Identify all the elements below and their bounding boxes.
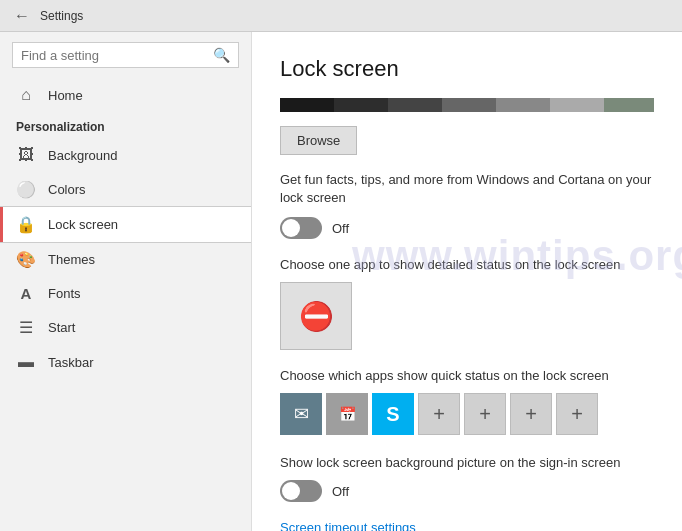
tips-toggle[interactable] <box>280 217 322 239</box>
swatch-1 <box>280 98 334 112</box>
color-swatches <box>280 98 654 112</box>
sidebar-item-colors[interactable]: ⚪ Colors <box>0 172 251 207</box>
tips-description: Get fun facts, tips, and more from Windo… <box>280 171 654 207</box>
title-bar: ← Settings <box>0 0 682 32</box>
search-icon: 🔍 <box>213 47 230 63</box>
toggle-knob <box>282 219 300 237</box>
swatch-5 <box>496 98 550 112</box>
lock-screen-icon: 🔒 <box>16 215 36 234</box>
content-area: www.wintips.org Lock screen Browse Get f… <box>252 32 682 531</box>
sidebar-item-colors-label: Colors <box>48 182 86 197</box>
sidebar-item-fonts-label: Fonts <box>48 286 81 301</box>
sidebar-item-lock-screen-label: Lock screen <box>48 217 118 232</box>
fonts-icon: A <box>16 285 36 302</box>
tips-toggle-label: Off <box>332 221 349 236</box>
quick-app-plus-2[interactable]: + <box>464 393 506 435</box>
sidebar-item-background[interactable]: 🖼 Background <box>0 138 251 172</box>
swatch-6 <box>550 98 604 112</box>
quick-app-skype[interactable]: S <box>372 393 414 435</box>
swatch-7 <box>604 98 654 112</box>
search-input[interactable] <box>21 48 213 63</box>
sidebar-section-title: Personalization <box>0 112 251 138</box>
themes-icon: 🎨 <box>16 250 36 269</box>
quick-app-mail[interactable]: ✉ <box>280 393 322 435</box>
sidebar-item-background-label: Background <box>48 148 117 163</box>
start-icon: ☰ <box>16 318 36 337</box>
signin-toggle-label: Off <box>332 484 349 499</box>
sidebar-item-themes-label: Themes <box>48 252 95 267</box>
quick-status-row: ✉ 📅 S + + + + <box>280 393 654 435</box>
sidebar-item-themes[interactable]: 🎨 Themes <box>0 242 251 277</box>
detailed-status-label: Choose one app to show detailed status o… <box>280 257 654 272</box>
page-title: Lock screen <box>280 56 654 82</box>
detailed-status-box[interactable]: ⛔ <box>280 282 352 350</box>
sidebar-item-fonts[interactable]: A Fonts <box>0 277 251 310</box>
colors-icon: ⚪ <box>16 180 36 199</box>
none-icon: ⛔ <box>299 300 334 333</box>
sidebar-item-home[interactable]: ⌂ Home <box>0 78 251 112</box>
sidebar-item-taskbar[interactable]: ▬ Taskbar <box>0 345 251 379</box>
back-button[interactable]: ← <box>12 6 32 26</box>
signin-toggle[interactable] <box>280 480 322 502</box>
home-icon: ⌂ <box>16 86 36 104</box>
quick-app-plus-3[interactable]: + <box>510 393 552 435</box>
taskbar-icon: ▬ <box>16 353 36 371</box>
search-box[interactable]: 🔍 <box>12 42 239 68</box>
sidebar-item-start-label: Start <box>48 320 75 335</box>
tips-toggle-row: Off <box>280 217 654 239</box>
signin-toggle-knob <box>282 482 300 500</box>
browse-button[interactable]: Browse <box>280 126 357 155</box>
swatch-4 <box>442 98 496 112</box>
swatch-2 <box>334 98 388 112</box>
sidebar-item-taskbar-label: Taskbar <box>48 355 94 370</box>
sidebar-item-start[interactable]: ☰ Start <box>0 310 251 345</box>
quick-app-plus-4[interactable]: + <box>556 393 598 435</box>
signin-toggle-row: Off <box>280 480 654 502</box>
sidebar-item-home-label: Home <box>48 88 83 103</box>
quick-app-calendar[interactable]: 📅 <box>326 393 368 435</box>
main-layout: 🔍 ⌂ Home Personalization 🖼 Background ⚪ … <box>0 32 682 531</box>
swatch-3 <box>388 98 442 112</box>
quick-app-plus-1[interactable]: + <box>418 393 460 435</box>
sidebar-item-lock-screen[interactable]: 🔒 Lock screen <box>0 207 251 242</box>
background-icon: 🖼 <box>16 146 36 164</box>
sidebar: 🔍 ⌂ Home Personalization 🖼 Background ⚪ … <box>0 32 252 531</box>
signin-label: Show lock screen background picture on t… <box>280 455 654 470</box>
app-title: Settings <box>40 9 83 23</box>
quick-status-label: Choose which apps show quick status on t… <box>280 368 654 383</box>
screen-timeout-link[interactable]: Screen timeout settings <box>280 520 654 531</box>
